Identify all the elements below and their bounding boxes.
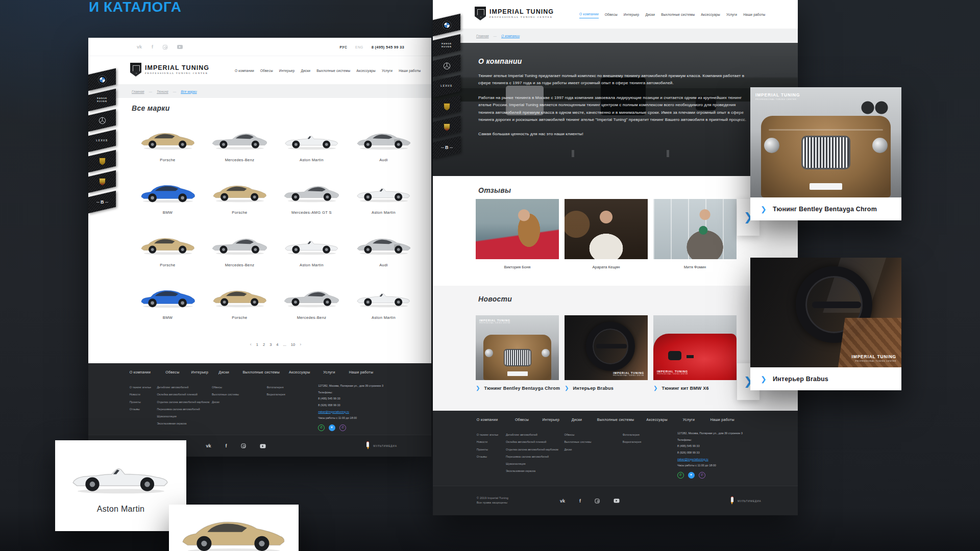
footer-link[interactable]: Фотогалерея — [623, 431, 641, 438]
footer-link[interactable]: Детейлинг автомобилей — [506, 431, 558, 438]
footer-head-exhaust[interactable]: Выхлопные системы — [597, 418, 634, 421]
brand-badge-porsche[interactable] — [88, 170, 116, 193]
car-item-mercedes[interactable]: Mercedes-Benz — [204, 120, 276, 173]
studio-credit[interactable]: МУЛЬТИМЕДИА — [730, 497, 762, 505]
youtube-icon[interactable] — [260, 444, 265, 448]
news-card-bmw-x6[interactable]: IMPERIAL TUNINGPROFESSIONAL TUNING CENTE… — [653, 315, 737, 380]
footer-link[interactable]: Новости — [477, 438, 499, 445]
car-item-audi[interactable]: Audi — [348, 226, 420, 278]
nav-works[interactable]: Наши работы — [743, 11, 765, 18]
car-item-aston[interactable]: Aston Martin — [276, 226, 348, 278]
viber-icon[interactable]: ✆ — [339, 424, 346, 431]
footer-head-services[interactable]: Услуги — [683, 418, 695, 421]
nav-interior[interactable]: Интерьер — [624, 11, 640, 18]
brand-badge-porsche[interactable] — [433, 116, 460, 138]
telegram-icon[interactable]: ➤ — [329, 424, 335, 431]
facebook-icon[interactable]: f — [225, 444, 227, 448]
footer-link[interactable]: Фотогалерея — [266, 384, 285, 391]
footer-link[interactable]: Диски — [564, 446, 591, 453]
instagram-icon[interactable] — [595, 498, 600, 503]
pagination-page-4[interactable]: 4 — [276, 342, 278, 347]
car-item-porsche[interactable]: Porsche — [204, 278, 276, 331]
pagination-page-10[interactable]: 10 — [291, 342, 295, 347]
footer-email[interactable]: zakaz@imperialtuning.ru — [318, 409, 424, 415]
youtube-icon[interactable] — [177, 45, 183, 49]
nav-interior[interactable]: Интерьер — [279, 67, 295, 74]
review-photo[interactable] — [653, 199, 737, 259]
pagination-prev[interactable]: ‹ — [250, 342, 252, 347]
brand-badge-bmw[interactable] — [88, 68, 116, 91]
footer-link[interactable]: Отзывы — [477, 453, 499, 460]
nav-services[interactable]: Услуги — [726, 11, 737, 18]
bentley-card-link[interactable]: ❯ Тюнинг Bentley Bentayga Chrom — [750, 197, 901, 220]
car-item-porsche[interactable]: Porsche — [132, 120, 204, 173]
nav-bodykits[interactable]: Обвесы — [605, 11, 618, 18]
brabus-card-link[interactable]: ❯ Интерьер Brabus — [750, 367, 901, 390]
footer-head-interior[interactable]: Интерьер — [543, 418, 560, 421]
footer-link[interactable]: Диски — [212, 398, 239, 406]
car-item-porsche[interactable]: Porsche — [132, 226, 204, 278]
facebook-icon[interactable]: f — [579, 498, 581, 503]
footer-head-wheels[interactable]: Диски — [218, 370, 229, 374]
footer-head-wheels[interactable]: Диски — [572, 418, 582, 421]
car-item-porsche[interactable]: Porsche — [204, 173, 276, 226]
footer-head-accessories[interactable]: Аксессуары — [289, 370, 310, 374]
footer-link[interactable]: Выхлопные системы — [564, 438, 591, 445]
car-item-aston[interactable]: Aston Martin — [348, 278, 420, 331]
car-item-aston[interactable]: Aston Martin — [348, 173, 420, 226]
footer-link[interactable]: Шумоизоляция — [157, 413, 209, 420]
footer-head-about[interactable]: О компании — [477, 418, 498, 421]
footer-head-services[interactable]: Услуги — [323, 370, 335, 374]
footer-link[interactable]: Проекты — [477, 446, 499, 453]
pagination-page-1[interactable]: 1 — [256, 342, 258, 347]
car-item-audi[interactable]: Audi — [348, 120, 420, 173]
whatsapp-icon[interactable]: ✆ — [677, 472, 684, 479]
car-item-bmw[interactable]: BMW — [132, 173, 204, 226]
footer-link[interactable]: Эксклюзивная окраска — [157, 420, 209, 427]
footer-head-accessories[interactable]: Аксессуары — [646, 418, 667, 421]
breadcrumb-home[interactable]: Главная — [132, 90, 144, 93]
news-link-bmw-x6[interactable]: ❯ Тюнинг кит BMW X6 — [653, 386, 709, 391]
footer-link[interactable]: Проекты — [130, 398, 152, 406]
brand-badge-lamborghini[interactable] — [88, 150, 116, 172]
brand-badge-lexus[interactable]: LEXUS — [433, 75, 460, 97]
vk-icon[interactable]: vk — [560, 498, 565, 503]
nav-accessories[interactable]: Аксессуары — [356, 67, 376, 74]
vk-icon[interactable]: vk — [206, 444, 211, 448]
nav-wheels[interactable]: Диски — [645, 11, 655, 18]
brand-badge-bmw[interactable] — [433, 14, 460, 36]
news-link-bentley[interactable]: ❯ Тюнинг Bentley Bentayga Chrom — [476, 386, 560, 391]
footer-head-interior[interactable]: Интерьер — [191, 370, 209, 374]
site-logo[interactable]: IMPERIAL TUNING PROFESSIONAL TUNING CENT… — [475, 7, 554, 20]
nav-services[interactable]: Услуги — [382, 67, 393, 74]
footer-phone-2[interactable]: 8 (926) 958 99 33 — [677, 449, 791, 456]
brand-badge-lexus[interactable]: LEXUS — [88, 130, 116, 152]
footer-head-works[interactable]: Наши работы — [349, 370, 374, 374]
footer-link[interactable]: Эксклюзивная окраска — [506, 467, 558, 474]
footer-email[interactable]: zakaz@imperialtuning.ru — [677, 456, 791, 463]
review-photo[interactable] — [565, 199, 648, 259]
pagination-page-3[interactable]: 3 — [270, 342, 272, 347]
footer-link[interactable]: Детейлинг автомобилей — [157, 384, 209, 391]
brand-badge-mercedes[interactable] — [433, 55, 460, 77]
nav-exhaust[interactable]: Выхлопные системы — [316, 67, 350, 74]
telegram-icon[interactable]: ➤ — [688, 472, 695, 479]
instagram-icon[interactable] — [241, 444, 246, 448]
footer-link[interactable]: Отделка салона автомобилей карбоном — [506, 446, 558, 453]
footer-link[interactable]: О тюнинг ателье — [477, 431, 499, 438]
footer-phone-1[interactable]: 8 (495) 545 99 33 — [318, 395, 424, 402]
nav-wheels[interactable]: Диски — [301, 67, 310, 74]
brand-badge-range-rover[interactable]: RANGE ROVER — [433, 34, 460, 57]
breadcrumb-current[interactable]: О компании — [501, 34, 520, 38]
whatsapp-icon[interactable]: ✆ — [318, 424, 325, 431]
footer-link[interactable]: Выхлопные системы — [212, 391, 239, 398]
footer-link[interactable]: Оклейка автомобилей пленкой — [506, 438, 558, 445]
footer-head-bodykits[interactable]: Обвесы — [515, 418, 529, 421]
footer-link[interactable]: Обвесы — [212, 384, 239, 391]
footer-link[interactable]: Обвесы — [564, 431, 591, 438]
footer-link[interactable]: Оклейка автомобилей пленкой — [157, 391, 209, 398]
footer-link[interactable]: Перешивка салона автомобилей — [157, 406, 209, 413]
footer-link[interactable]: Отзывы — [130, 406, 152, 413]
footer-head-about[interactable]: О компании — [130, 370, 151, 374]
nav-works[interactable]: Наши работы — [399, 67, 421, 74]
